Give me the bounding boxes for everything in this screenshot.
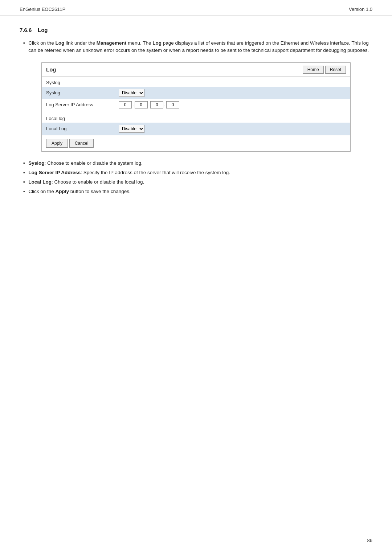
header-right: Version 1.0 (349, 7, 372, 12)
intro-text: Click on the Log link under the Manageme… (28, 40, 372, 54)
syslog-row: Syslog Disable Enable (42, 87, 350, 99)
ip-octet-4[interactable] (166, 101, 179, 108)
log-server-row: Log Server IP Address . . . (42, 99, 350, 111)
page-header: EnGenius EOC2611P Version 1.0 (0, 0, 392, 16)
local-log-select[interactable]: Disable Enable (119, 125, 144, 133)
description-list: Syslog: Choose to enable or disable the … (20, 160, 372, 196)
desc-item-log-server: Log Server IP Address: Specify the IP ad… (20, 169, 372, 176)
log-panel: Log Home Reset Syslog Syslog Disable Ena… (41, 62, 351, 152)
panel-actions: Apply Cancel (42, 135, 350, 151)
section-number: 7.6.6 (20, 27, 32, 33)
syslog-section-label: Syslog (42, 77, 350, 87)
log-server-label: Log Server IP Address (42, 99, 114, 111)
desc-item-local-log: Local Log: Choose to enable or disable t… (20, 178, 372, 186)
log-server-ip-cell: . . . (114, 99, 350, 111)
cancel-button[interactable]: Cancel (69, 139, 94, 148)
ip-dot-2: . (148, 102, 150, 107)
panel-title: Log (46, 66, 56, 73)
syslog-value-cell: Disable Enable (114, 87, 350, 99)
syslog-select[interactable]: Disable Enable (119, 89, 144, 97)
ip-octet-3[interactable] (150, 101, 163, 108)
ip-dot-1: . (132, 102, 134, 107)
syslog-label: Syslog (42, 87, 114, 99)
local-log-table: Local Log Disable Enable (42, 123, 350, 135)
home-button[interactable]: Home (303, 66, 324, 74)
page-footer: 86 (0, 534, 392, 543)
desc-item-syslog: Syslog: Choose to enable or disable the … (20, 160, 372, 167)
ip-dot-3: . (164, 102, 166, 107)
section-title: 7.6.6 Log (20, 27, 372, 33)
ip-input-group: . . . (119, 101, 346, 108)
section-heading: Log (38, 27, 48, 33)
page-content: 7.6.6 Log Click on the Log link under th… (0, 16, 392, 209)
local-log-label: Local Log (42, 123, 114, 135)
local-log-row: Local Log Disable Enable (42, 123, 350, 135)
desc-item-apply: Click on the Apply button to save the ch… (20, 188, 372, 195)
panel-header: Log Home Reset (42, 63, 350, 77)
ip-octet-2[interactable] (135, 101, 148, 108)
local-log-value-cell: Disable Enable (114, 123, 350, 135)
apply-button[interactable]: Apply (46, 139, 68, 148)
local-log-section-label: Local log (42, 113, 350, 123)
ip-octet-1[interactable] (119, 101, 132, 108)
reset-button[interactable]: Reset (325, 66, 346, 74)
syslog-table: Syslog Disable Enable Log Server IP Addr… (42, 87, 350, 111)
intro-bullets: Click on the Log link under the Manageme… (20, 40, 372, 54)
intro-bullet-item: Click on the Log link under the Manageme… (20, 40, 372, 54)
header-left: EnGenius EOC2611P (20, 7, 65, 12)
page-number: 86 (367, 538, 372, 543)
panel-header-buttons: Home Reset (303, 66, 346, 74)
